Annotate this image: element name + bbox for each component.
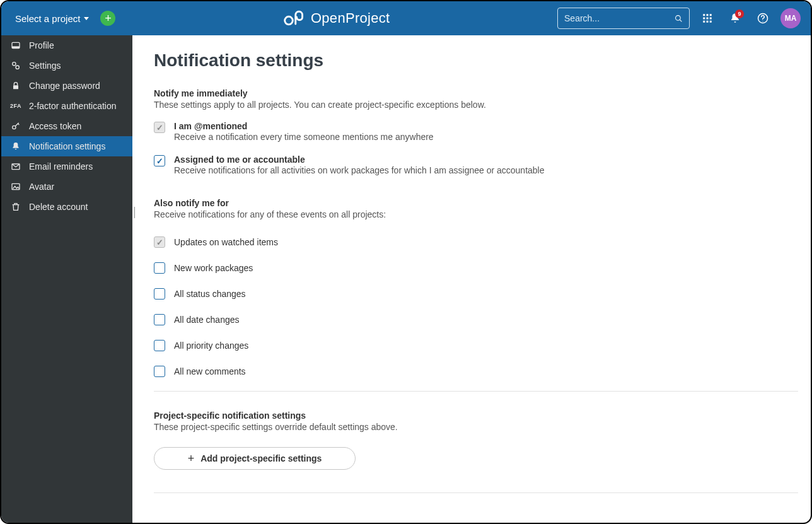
sidebar-item-2fa[interactable]: 2FA 2-factor authentication [1, 96, 132, 116]
sidebar: Profile Settings Change password 2FA 2-f… [1, 35, 132, 523]
svg-point-16 [13, 62, 16, 66]
sidebar-item-profile[interactable]: Profile [1, 35, 132, 55]
project-selector[interactable]: Select a project [11, 11, 93, 26]
image-icon [10, 182, 21, 192]
also-row-new-wp: New work packages [154, 262, 798, 274]
also-row-priority: All priority changes [154, 339, 798, 351]
mentioned-sublabel: Receive a notification every time someon… [174, 132, 434, 142]
svg-rect-18 [13, 85, 18, 89]
also-row-date: All date changes [154, 313, 798, 325]
also-row-watched: Updates on watched items [154, 236, 798, 248]
sidebar-item-label: Email reminders [29, 161, 93, 172]
plus-icon: + [188, 453, 195, 464]
search-input[interactable] [564, 13, 675, 23]
svg-rect-6 [703, 18, 705, 20]
sidebar-item-email-reminders[interactable]: Email reminders [1, 156, 132, 177]
also-label: All date changes [174, 315, 240, 325]
two-factor-icon: 2FA [10, 103, 21, 109]
sidebar-item-delete-account[interactable]: Delete account [1, 197, 132, 217]
add-button[interactable]: + [100, 11, 115, 26]
mentioned-row: I am @mentioned Receive a notification e… [154, 121, 798, 142]
also-row-status: All status changes [154, 288, 798, 300]
profile-icon [10, 40, 21, 50]
assigned-checkbox[interactable] [154, 155, 165, 166]
notify-immediately-desc: These settings apply to all projects. Yo… [154, 100, 798, 110]
bell-icon [10, 141, 21, 151]
add-button-label: Add project-specific settings [200, 453, 322, 463]
divider [154, 492, 798, 493]
svg-rect-9 [703, 21, 705, 23]
assigned-sublabel: Receive notifications for all activities… [174, 165, 545, 175]
sidebar-item-notification-settings[interactable]: Notification settings [1, 136, 132, 156]
project-selector-label: Select a project [15, 13, 80, 24]
priority-checkbox[interactable] [154, 340, 165, 351]
sidebar-item-avatar[interactable]: Avatar [1, 177, 132, 197]
also-label: All new comments [174, 366, 246, 376]
search-icon [675, 13, 683, 24]
comments-checkbox[interactable] [154, 366, 165, 377]
sidebar-item-label: Profile [29, 40, 54, 50]
also-label: New work packages [174, 263, 253, 273]
user-avatar[interactable]: MA [780, 8, 801, 28]
sidebar-item-label: Settings [29, 61, 61, 71]
sidebar-item-settings[interactable]: Settings [1, 55, 132, 76]
lock-icon [10, 81, 21, 91]
svg-rect-4 [707, 14, 709, 16]
svg-point-17 [16, 66, 19, 69]
also-label: Updates on watched items [174, 237, 278, 247]
date-checkbox[interactable] [154, 314, 165, 325]
svg-rect-5 [710, 14, 712, 16]
mentioned-checkbox [154, 122, 165, 133]
status-checkbox[interactable] [154, 288, 165, 300]
notify-immediately-title: Notify me immediately [154, 88, 798, 98]
sidebar-item-label: Delete account [29, 202, 88, 212]
svg-rect-15 [12, 46, 20, 48]
divider [154, 391, 798, 392]
sidebar-item-access-token[interactable]: Access token [1, 116, 132, 136]
app-logo: OpenProject [283, 10, 390, 26]
svg-line-2 [680, 20, 682, 21]
assigned-row: Assigned to me or accountable Receive no… [154, 154, 798, 175]
sidebar-item-label: Change password [29, 81, 100, 91]
notifications-button[interactable]: 9 [725, 8, 745, 28]
gear-icon [10, 61, 21, 71]
search-box[interactable] [557, 8, 690, 29]
new-wp-checkbox[interactable] [154, 262, 165, 274]
svg-point-19 [13, 125, 16, 129]
chevron-down-icon [84, 17, 89, 20]
svg-point-0 [285, 16, 293, 25]
svg-point-13 [762, 21, 763, 21]
also-label: All priority changes [174, 341, 248, 351]
mentioned-label: I am @mentioned [174, 121, 434, 131]
main-content: Notification settings Notify me immediat… [132, 35, 811, 523]
top-bar: Select a project + OpenProject 9 MA [1, 1, 811, 35]
svg-rect-3 [703, 14, 705, 16]
sidebar-item-label: Notification settings [29, 141, 105, 151]
watched-checkbox [154, 236, 165, 248]
modules-button[interactable] [697, 8, 717, 28]
avatar-initials: MA [785, 14, 797, 23]
openproject-logo-icon [283, 10, 306, 26]
svg-rect-8 [710, 18, 712, 20]
grid-icon [702, 13, 713, 24]
app-logo-text: OpenProject [311, 10, 390, 26]
page-title: Notification settings [154, 50, 798, 71]
svg-rect-11 [710, 21, 712, 23]
project-specific-title: Project-specific notification settings [154, 410, 798, 421]
sidebar-item-label: Access token [29, 121, 81, 131]
trash-icon [10, 202, 21, 212]
help-button[interactable] [753, 8, 773, 28]
assigned-label: Assigned to me or accountable [174, 154, 545, 165]
sidebar-item-change-password[interactable]: Change password [1, 76, 132, 96]
add-project-settings-button[interactable]: + Add project-specific settings [154, 447, 356, 470]
project-specific-desc: These project-specific settings override… [154, 422, 798, 432]
svg-point-1 [676, 15, 681, 20]
also-notify-title: Also notify me for [154, 198, 798, 208]
svg-rect-7 [707, 18, 709, 20]
also-notify-desc: Receive notifications for any of these e… [154, 209, 798, 219]
notification-badge: 9 [735, 9, 744, 18]
svg-rect-10 [707, 21, 709, 23]
also-label: All status changes [174, 289, 246, 299]
email-icon [10, 161, 21, 172]
help-icon [757, 13, 768, 24]
